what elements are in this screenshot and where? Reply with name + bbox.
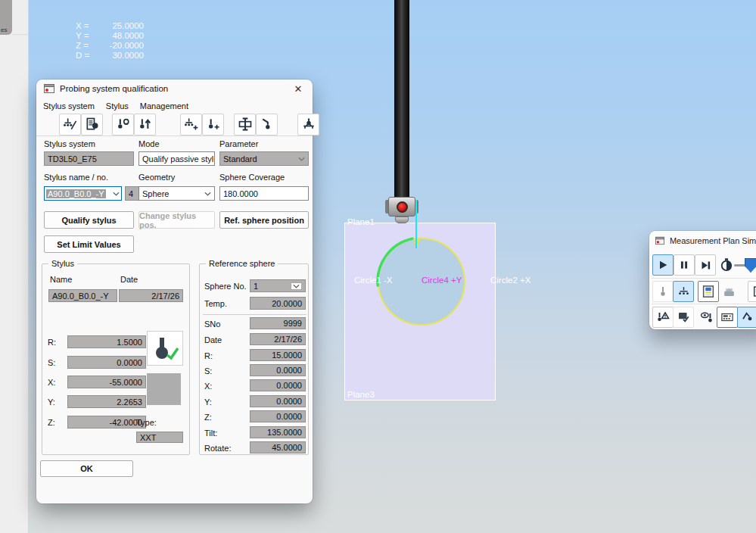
sidebar-tab[interactable]: es — [0, 0, 12, 35]
mode-dropdown[interactable]: Qualify passive stylu — [138, 151, 215, 166]
probe-quill — [394, 0, 409, 198]
sphere-coverage-label: Sphere Coverage — [219, 173, 285, 182]
ref-s-field: 0.0000 — [250, 364, 306, 376]
ref-x-value: 0.0000 — [276, 381, 302, 390]
qualify-stylus-label: Qualify stylus — [61, 216, 116, 225]
ref-sno-field: 9999 — [250, 317, 306, 329]
stylus-list-icon — [85, 117, 100, 132]
dro-d-label: D = — [76, 51, 98, 61]
ref-y-label: Y: — [204, 397, 212, 407]
close-icon[interactable]: ✕ — [291, 83, 305, 95]
geometry-dropdown[interactable]: Sphere — [138, 186, 215, 201]
notebook-icon — [702, 285, 715, 298]
probe-rack-button[interactable] — [297, 114, 319, 136]
ref-rotate-field: 45.0000 — [250, 441, 306, 454]
monitor-check-button[interactable] — [673, 307, 694, 328]
scene-overlay — [333, 212, 530, 379]
collision-warning-button[interactable] — [652, 307, 674, 328]
circle2-label[interactable]: Circle2 +X — [490, 276, 530, 285]
ref-r-label: R: — [204, 351, 213, 360]
stylus-number-field: 4 — [125, 186, 140, 201]
pause-button[interactable] — [674, 254, 695, 276]
plane1-label[interactable]: Plane1 — [347, 217, 375, 226]
stylus-manual-qualify-button[interactable] — [112, 114, 134, 136]
stylus-name-col-label: Name — [50, 275, 72, 284]
stylus-icon — [657, 285, 669, 298]
stylus-system-toggle-button[interactable] — [673, 281, 694, 302]
bath-button[interactable] — [718, 281, 739, 302]
document-icon — [752, 285, 756, 298]
ref-s-label: S: — [204, 366, 212, 376]
dialog-title: Probing system qualification — [60, 84, 168, 93]
document-partial-button[interactable] — [748, 281, 756, 302]
stylus-system-edit-button[interactable] — [59, 114, 81, 136]
parameter-dropdown[interactable]: Standard — [219, 151, 309, 166]
stylus-up-arrow-icon — [138, 117, 153, 132]
menu-management[interactable]: Management — [140, 101, 188, 111]
eye-stylus-icon — [700, 310, 714, 325]
dro-x-label: X = — [76, 21, 98, 31]
ref-r-value: 15.0000 — [272, 351, 302, 360]
ok-button[interactable]: OK — [40, 460, 133, 477]
circle1-label[interactable]: Circle1 -X — [354, 276, 392, 285]
probe-led — [397, 201, 408, 213]
ref-date-label: Date — [204, 335, 222, 344]
stylus-number-value: 4 — [129, 189, 133, 198]
dialog-titlebar[interactable]: Probing system qualification ✕ — [36, 79, 313, 98]
ref-z-value: 0.0000 — [276, 412, 302, 421]
app-window-icon — [655, 236, 664, 245]
ok-label: OK — [80, 464, 93, 473]
stylus-system-add-button[interactable] — [180, 114, 202, 136]
menu-stylus[interactable]: Stylus — [106, 101, 129, 111]
geometry-label: Geometry — [138, 173, 175, 182]
stylus-name-combo[interactable]: A90.0_B0.0_-Y — [44, 186, 122, 201]
angle-stylus-icon — [741, 310, 754, 324]
control-panel-button[interactable] — [717, 307, 738, 328]
change-stylus-pos-label: Change stylus pos. — [139, 211, 214, 229]
simulation-titlebar[interactable]: Measurement Plan Simulation — [649, 231, 756, 251]
set-limit-values-button[interactable]: Set Limit Values — [44, 235, 134, 253]
stopwatch-icon — [719, 257, 734, 273]
watch-probing-button[interactable] — [696, 307, 717, 328]
sphere-no-label: Sphere No. — [204, 282, 247, 291]
speed-slider-handle[interactable] — [745, 258, 756, 273]
dro-x-row: X = 25.0000 — [76, 21, 144, 31]
stylus-s-value: 0.0000 — [117, 358, 142, 367]
stylus-warning-icon — [656, 310, 670, 324]
protocol-notebook-button[interactable] — [698, 281, 719, 302]
angled-stylus-button[interactable] — [256, 114, 278, 136]
stylus-preview-placeholder — [147, 373, 181, 405]
stylus-date-value: 2/17/26 — [151, 291, 179, 301]
ref-date-field: 2/17/26 — [250, 333, 306, 345]
sphere-no-value: 1 — [254, 282, 258, 291]
probe-rack-icon — [301, 117, 316, 132]
ref-r-field: 15.0000 — [250, 349, 306, 361]
parameter-value: Standard — [223, 154, 257, 164]
geometry-value: Sphere — [142, 189, 169, 198]
ref-sphere-position-button[interactable] — [234, 114, 256, 136]
sphere-no-dropdown[interactable]: 1 — [250, 279, 306, 292]
play-button[interactable] — [652, 254, 674, 276]
step-forward-button[interactable] — [695, 254, 716, 276]
circle4-label[interactable]: Circle4 +Y — [422, 276, 462, 285]
stylus-s-field: 0.0000 — [67, 356, 146, 369]
stylus-add-button[interactable] — [202, 114, 224, 136]
stylus-r-label: R: — [48, 338, 56, 347]
sphere-coverage-input[interactable]: 180.0000 — [219, 186, 309, 201]
chevron-down-icon — [113, 192, 120, 196]
ref-z-label: Z: — [204, 413, 212, 422]
left-sidebar: es — [0, 0, 29, 533]
ref-sphere-position-action-button[interactable]: Ref. sphere position — [219, 211, 309, 229]
step-forward-icon — [700, 260, 711, 271]
plane3-label[interactable]: Plane3 — [347, 390, 375, 399]
qualify-stylus-button[interactable]: Qualify stylus — [44, 211, 134, 229]
probing-qualification-dialog: Probing system qualification ✕ Stylus sy… — [36, 79, 313, 503]
menu-stylus-system[interactable]: Stylus system — [43, 101, 95, 111]
path-preview-button[interactable] — [737, 307, 756, 328]
stylus-list-button[interactable] — [81, 114, 103, 136]
stylus-name-display-value: A90.0_B0.0_-Y — [52, 291, 109, 301]
pause-icon — [679, 260, 689, 270]
stylus-toggle-button[interactable] — [652, 281, 674, 302]
sphere-coverage-value: 180.0000 — [223, 189, 258, 198]
stylus-change-up-button[interactable] — [134, 114, 156, 136]
